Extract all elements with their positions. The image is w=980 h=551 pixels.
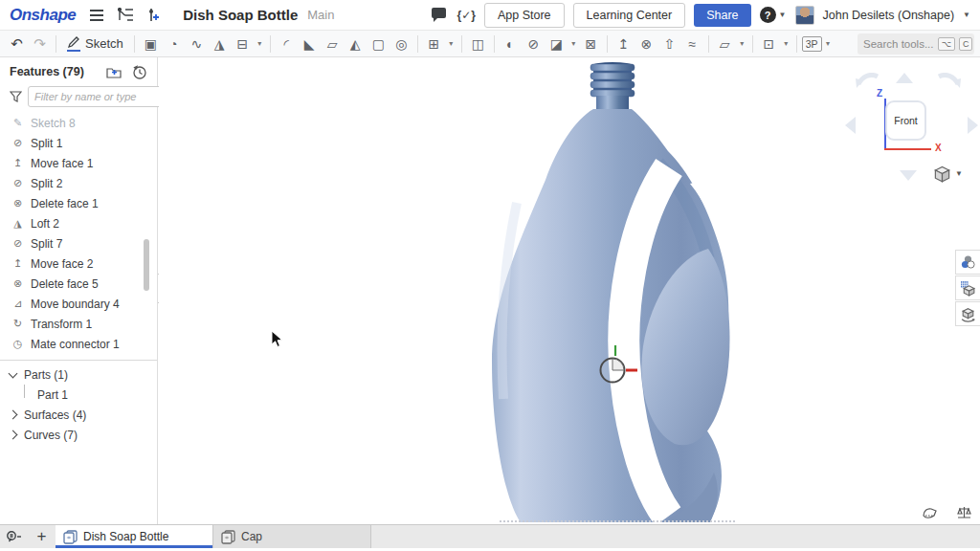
rotate-left-arrow[interactable]: [845, 117, 856, 134]
rotate-down-arrow[interactable]: [900, 170, 917, 181]
search-tools-input[interactable]: Search tools... ⌥ C: [858, 33, 974, 55]
chevron-down-icon: ▼: [779, 11, 787, 19]
named-views-button[interactable]: [955, 301, 980, 326]
help-icon[interactable]: ?: [760, 7, 776, 23]
curves-group[interactable]: Curves (7): [0, 425, 157, 445]
part-item[interactable]: Part 1: [0, 385, 157, 405]
tab-cap[interactable]: Cap: [213, 525, 371, 548]
undo-button[interactable]: ↶: [6, 33, 28, 55]
thicken-icon[interactable]: ⊟: [232, 33, 254, 55]
move-face-feature-icon: ↥: [11, 157, 24, 169]
plane-icon[interactable]: ▱: [714, 33, 736, 55]
chevron-down-icon[interactable]: ▾: [568, 33, 579, 55]
learning-center-button[interactable]: Learning Center: [573, 3, 686, 28]
chevron-down-icon[interactable]: ▼: [963, 11, 970, 19]
transform-icon[interactable]: ⇧: [658, 33, 680, 55]
offset-surface-icon[interactable]: ≈: [681, 33, 703, 55]
delete-part-icon[interactable]: ⊠: [580, 33, 602, 55]
surfaces-group[interactable]: Surfaces (4): [0, 405, 157, 425]
feature-item-loft[interactable]: ◮Loft 2: [0, 213, 157, 233]
z-axis-label: Z: [877, 88, 882, 99]
appearance-button[interactable]: [955, 250, 980, 275]
feature-filter-input[interactable]: [28, 86, 178, 107]
rotate-right-arrow[interactable]: [968, 117, 978, 134]
new-folder-icon[interactable]: [105, 64, 122, 79]
chamfer-icon[interactable]: ◣: [299, 33, 321, 55]
feature-item-move-face[interactable]: ↥Move face 2: [0, 253, 157, 274]
chevron-down-icon[interactable]: ▾: [737, 33, 747, 55]
create-version-icon[interactable]: [145, 6, 164, 25]
chevron-down-icon[interactable]: ▾: [446, 33, 457, 55]
split-feature-icon: ⊘: [11, 137, 24, 149]
rotate-cw-arrow-icon[interactable]: [937, 73, 962, 94]
extrude-icon[interactable]: ▣: [140, 33, 162, 55]
feature-item-move-face[interactable]: ↥Move face 1: [0, 153, 157, 173]
onshape-logo[interactable]: Onshape: [10, 6, 76, 25]
main-menu-icon[interactable]: [87, 6, 106, 25]
model-viewport[interactable]: Front Z X ▼: [159, 57, 980, 524]
linear-pattern-icon[interactable]: ⊞: [423, 33, 445, 55]
feature-item-split[interactable]: ⊘Split 1: [0, 133, 157, 153]
help-menu[interactable]: ? ▼: [760, 7, 787, 23]
loft-icon[interactable]: ◮: [209, 33, 231, 55]
new-tab-button[interactable]: +: [28, 525, 56, 548]
split-icon[interactable]: ⊘: [523, 33, 545, 55]
feature-item-transform[interactable]: ↻Transform 1: [0, 314, 157, 334]
rib-icon[interactable]: ◭: [345, 33, 367, 55]
parts-group[interactable]: Parts (1): [0, 364, 157, 385]
revolve-icon[interactable]: ◔: [163, 33, 185, 55]
feature-item-split[interactable]: ⊘Split 2: [0, 173, 157, 193]
app-store-button[interactable]: App Store: [484, 3, 565, 28]
shell-icon[interactable]: ▢: [368, 33, 390, 55]
sweep-icon[interactable]: ∿: [186, 33, 208, 55]
avatar[interactable]: [795, 6, 814, 25]
feature-item-sketch[interactable]: ✎Sketch 8: [0, 113, 157, 133]
shortcut-c-key: C: [959, 37, 973, 51]
hole-icon[interactable]: ◎: [390, 33, 412, 55]
sketch-button[interactable]: Sketch: [61, 33, 129, 55]
rotate-up-arrow[interactable]: [896, 73, 913, 83]
move-boundary-feature-icon: ⊿: [11, 298, 24, 310]
draft-icon[interactable]: ▱: [322, 33, 344, 55]
rollback-history-icon[interactable]: [130, 64, 147, 79]
feature-item-move-boundary[interactable]: ⊿Move boundary 4: [0, 294, 157, 314]
mass-properties-scale-icon[interactable]: [955, 505, 972, 520]
split-feature-icon: ⊘: [11, 177, 24, 189]
custom-feature-icon[interactable]: ⊡: [758, 33, 780, 55]
display-states-button[interactable]: [955, 276, 980, 300]
chevron-down-icon[interactable]: ▾: [255, 33, 265, 55]
versions-icon[interactable]: [116, 6, 135, 25]
view-cube-front-face[interactable]: Front: [885, 100, 926, 141]
redo-button[interactable]: ↷: [29, 33, 51, 55]
share-button[interactable]: Share: [694, 4, 750, 27]
feature-list-scrollbar[interactable]: [144, 239, 149, 291]
chevron-down-icon[interactable]: ▾: [823, 33, 834, 55]
mirror-icon[interactable]: ◫: [467, 33, 489, 55]
view-tools-stack: [955, 250, 980, 327]
feature-scripts-icon[interactable]: {✓}: [457, 9, 476, 22]
move-face-icon[interactable]: ↥: [612, 33, 635, 55]
feature-item-delete-face[interactable]: ⊗Delete face 1: [0, 193, 157, 213]
comments-icon[interactable]: [430, 6, 449, 25]
measure-caliper-icon[interactable]: [921, 505, 938, 520]
dish-soap-bottle-model[interactable]: [479, 59, 746, 524]
custom-tools-badge[interactable]: 3P: [802, 36, 822, 52]
view-options-cube[interactable]: ▼: [933, 165, 963, 183]
tab-manager-icon[interactable]: [0, 525, 28, 548]
modify-fillet-icon[interactable]: ◪: [546, 33, 568, 55]
tree-guide-line: [24, 385, 25, 398]
fillet-icon[interactable]: ◜: [276, 33, 298, 55]
parts-tree: Parts (1) Part 1 Surfaces (4) Curves (7): [0, 360, 157, 445]
feature-item-delete-face[interactable]: ⊗Delete face 5: [0, 274, 157, 294]
chevron-down-icon[interactable]: ▾: [781, 33, 791, 55]
boolean-icon[interactable]: ◐: [500, 33, 522, 55]
user-menu-label[interactable]: John Desilets (Onshape): [823, 9, 955, 22]
tab-dish-soap-bottle[interactable]: Dish Soap Bottle: [56, 525, 213, 548]
features-panel: Features (79) ✎Sketch 8 ⊘Split 1 ↥Move f…: [0, 57, 158, 524]
feature-item-split[interactable]: ⊘Split 7: [0, 233, 157, 253]
workspace-name[interactable]: Main: [307, 8, 334, 22]
filter-icon[interactable]: [10, 89, 22, 104]
delete-face-icon[interactable]: ⊗: [635, 33, 657, 55]
shortcut-alt-key: ⌥: [938, 37, 955, 51]
feature-item-mate-connector[interactable]: ◷Mate connector 1: [0, 334, 157, 354]
